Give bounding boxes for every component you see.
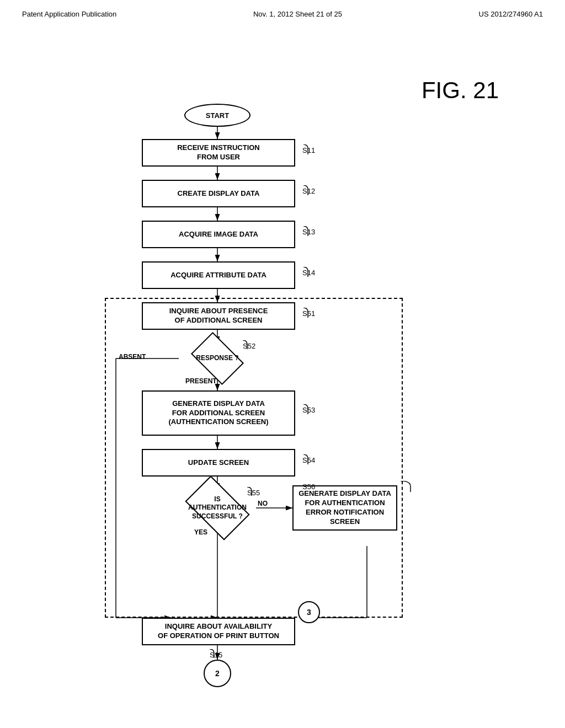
- s13-hook: [298, 226, 309, 236]
- s11-hook: [298, 144, 309, 154]
- s51-label: INQUIRE ABOUT PRESENCE OF ADDITIONAL SCR…: [169, 307, 268, 325]
- header-left: Patent Application Publication: [22, 10, 116, 18]
- header-center: Nov. 1, 2012 Sheet 21 of 25: [253, 10, 342, 18]
- no-label: NO: [258, 500, 268, 507]
- yes-label: YES: [194, 528, 207, 536]
- s54-hook: [298, 454, 309, 464]
- s11-box: RECEIVE INSTRUCTION FROM USER: [142, 139, 295, 167]
- s56-hook: [395, 481, 412, 492]
- s53-label: GENERATE DISPLAY DATA FOR ADDITIONAL SCR…: [168, 399, 268, 427]
- s56-label: GENERATE DISPLAY DATA FOR AUTHENTICATION…: [294, 489, 396, 527]
- start-label: START: [206, 111, 229, 120]
- s55-hook: [243, 487, 253, 496]
- start-oval: START: [184, 104, 250, 127]
- s13-box: ACQUIRE IMAGE DATA: [142, 221, 295, 248]
- s14-box: ACQUIRE ATTRIBUTE DATA: [142, 261, 295, 289]
- s51-hook: [298, 308, 309, 318]
- s14-hook: [298, 267, 309, 277]
- s54-label: UPDATE SCREEN: [188, 458, 249, 468]
- s15-box: INQUIRE ABOUT AVAILABILITY OF OPERATION …: [142, 618, 295, 645]
- page-header: Patent Application Publication Nov. 1, 2…: [0, 0, 565, 18]
- s53-box: GENERATE DISPLAY DATA FOR ADDITIONAL SCR…: [142, 390, 295, 436]
- diagram-container: FIG. 21: [0, 44, 565, 728]
- s56-box: GENERATE DISPLAY DATA FOR AUTHENTICATION…: [292, 485, 397, 531]
- s12-hook: [298, 185, 309, 195]
- s12-label: CREATE DISPLAY DATA: [178, 189, 260, 199]
- s13-label: ACQUIRE IMAGE DATA: [179, 230, 258, 239]
- circle-2: 2: [204, 660, 231, 687]
- present-label: PRESENT: [185, 377, 217, 385]
- s56-step: S56: [302, 483, 315, 491]
- figure-label: FIG. 21: [422, 77, 499, 104]
- absent-label: ABSENT: [119, 353, 146, 361]
- s15-label: INQUIRE ABOUT AVAILABILITY OF OPERATION …: [158, 622, 279, 641]
- s12-box: CREATE DISPLAY DATA: [142, 180, 295, 207]
- s51-box: INQUIRE ABOUT PRESENCE OF ADDITIONAL SCR…: [142, 302, 295, 330]
- s52-hook: [238, 340, 248, 349]
- s53-hook: [298, 404, 309, 414]
- s15-hook: [205, 649, 215, 658]
- circle-3: 3: [298, 601, 320, 623]
- s14-label: ACQUIRE ATTRIBUTE DATA: [170, 271, 266, 280]
- header-right: US 2012/274960 A1: [479, 10, 543, 18]
- s54-box: UPDATE SCREEN: [142, 449, 295, 477]
- s11-label: RECEIVE INSTRUCTION FROM USER: [177, 143, 260, 162]
